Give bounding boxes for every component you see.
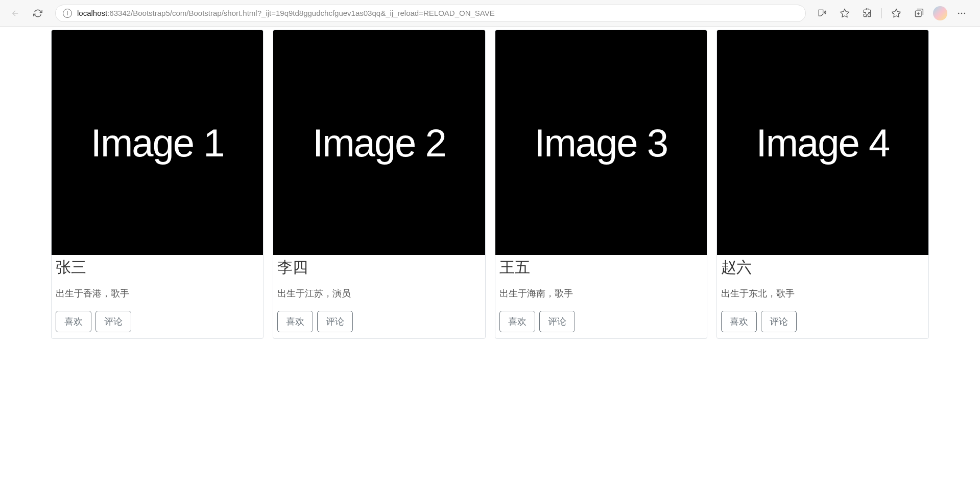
card-body-1: 张三 出生于香港，歌手 喜欢 评论 [52,255,263,338]
card-actions-2: 喜欢 评论 [277,311,481,332]
collections-icon[interactable] [911,5,927,21]
like-button[interactable]: 喜欢 [277,311,313,332]
card-body-4: 赵六 出生于东北，歌手 喜欢 评论 [717,255,928,338]
url-text: localhost:63342/Bootstrap5/com/Bootstrap… [77,9,495,17]
card-subtitle-1: 出生于香港，歌手 [56,287,259,300]
like-button[interactable]: 喜欢 [721,311,757,332]
card-title-1: 张三 [56,257,259,278]
comment-button[interactable]: 评论 [761,311,797,332]
like-button[interactable]: 喜欢 [499,311,535,332]
page-content: Image 1 张三 出生于香港，歌手 喜欢 评论 Image 2 李四 出生于… [0,27,980,349]
profile-avatar[interactable] [933,6,947,20]
url-host: localhost [77,9,107,17]
card-2: Image 2 李四 出生于江苏，演员 喜欢 评论 [273,30,485,339]
card-row: Image 1 张三 出生于香港，歌手 喜欢 评论 Image 2 李四 出生于… [51,30,929,339]
back-button[interactable] [6,4,25,22]
comment-button[interactable]: 评论 [95,311,131,332]
card-actions-3: 喜欢 评论 [499,311,703,332]
browser-toolbar: i localhost:63342/Bootstrap5/com/Bootstr… [0,0,980,27]
read-aloud-icon[interactable] [814,5,830,21]
refresh-icon [33,9,42,18]
card-body-3: 王五 出生于海南，歌手 喜欢 评论 [495,255,707,338]
more-icon[interactable] [953,5,970,21]
refresh-button[interactable] [29,4,47,22]
extensions-icon[interactable] [859,5,875,21]
like-button[interactable]: 喜欢 [56,311,91,332]
card-actions-4: 喜欢 评论 [721,311,924,332]
comment-button[interactable]: 评论 [539,311,575,332]
card-3: Image 3 王五 出生于海南，歌手 喜欢 评论 [495,30,707,339]
card-image-1: Image 1 [52,30,263,255]
card-body-2: 李四 出生于江苏，演员 喜欢 评论 [273,255,485,338]
toolbar-divider [881,8,882,18]
url-rest: :63342/Bootstrap5/com/Bootstrap/short.ht… [107,9,495,17]
svg-point-3 [964,12,966,14]
card-image-4: Image 4 [717,30,928,255]
card-4: Image 4 赵六 出生于东北，歌手 喜欢 评论 [716,30,929,339]
card-subtitle-2: 出生于江苏，演员 [277,287,481,300]
back-icon [11,9,20,18]
svg-point-1 [958,12,960,14]
favorite-icon[interactable] [836,5,853,21]
card-title-2: 李四 [277,257,481,278]
card-1: Image 1 张三 出生于香港，歌手 喜欢 评论 [51,30,264,339]
card-image-3: Image 3 [495,30,707,255]
address-bar[interactable]: i localhost:63342/Bootstrap5/com/Bootstr… [55,5,806,22]
card-title-4: 赵六 [721,257,924,278]
info-icon[interactable]: i [63,9,72,18]
favorites-bar-icon[interactable] [888,5,904,21]
comment-button[interactable]: 评论 [317,311,353,332]
svg-point-2 [961,12,963,14]
card-subtitle-4: 出生于东北，歌手 [721,287,924,300]
card-subtitle-3: 出生于海南，歌手 [499,287,703,300]
card-image-2: Image 2 [273,30,485,255]
toolbar-right [814,5,974,21]
card-title-3: 王五 [499,257,703,278]
card-actions-1: 喜欢 评论 [56,311,259,332]
